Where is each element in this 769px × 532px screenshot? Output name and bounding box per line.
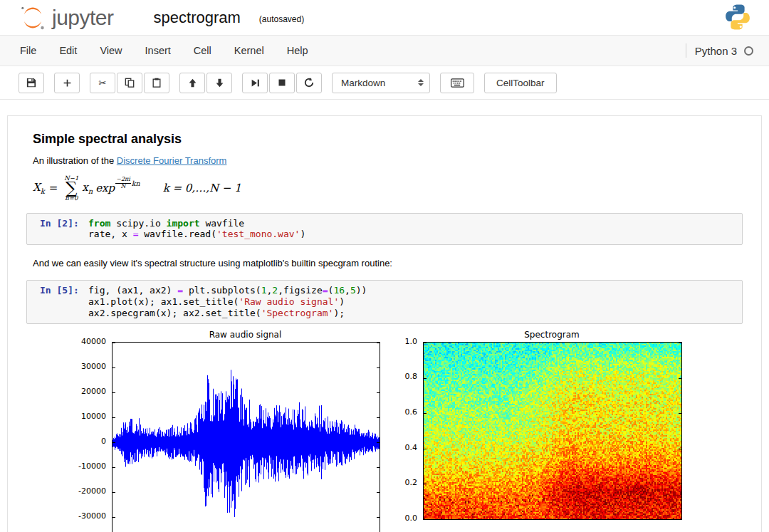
notebook-title[interactable]: spectrogram [154,9,241,27]
save-icon [26,78,36,88]
insert-group [54,73,80,93]
dft-link[interactable]: Discrete Fourier Transform [117,155,227,166]
markdown-cell-2[interactable]: And we can easily view it's spectral str… [33,258,747,268]
palette-group [440,73,474,93]
kernel-name: Python 3 [695,45,737,57]
formula-sum: N−1 ∑ n=0 [64,175,78,202]
cut-cell-button[interactable]: ✂ [90,73,115,93]
insert-cell-below-button[interactable] [54,73,80,93]
jupyter-wordmark: jupyter [52,6,114,30]
jupyter-notebook-app: { "header": { "logo_text": "jupyter", "n… [0,0,769,532]
move-group [179,73,232,93]
formula-term: xn [82,181,93,195]
restart-kernel-button[interactable] [296,73,322,93]
paste-cell-button[interactable] [144,73,169,93]
kernel-divider [686,43,686,58]
formula-equals: = [49,182,58,194]
jupyter-logo[interactable]: jupyter [19,4,114,32]
waveform-title: Raw audio signal [112,330,379,340]
code-editor[interactable]: fig, (ax1, ax2) = plt.subplots(1,2,figsi… [88,285,736,319]
menu-edit[interactable]: Edit [48,45,88,56]
intro-paragraph: An illustration of the Discrete Fourier … [33,155,747,166]
python-logo-icon [723,3,752,34]
menu-view[interactable]: View [88,45,133,56]
save-button[interactable] [19,73,44,93]
waveform-plot [112,342,380,532]
markdown-cell[interactable]: Simple spectral analysis An illustration… [8,116,761,202]
formula-condition: k = 0,…,N − 1 [163,182,241,194]
command-palette-button[interactable] [440,73,474,93]
cell-type-select[interactable]: Markdown [332,73,430,93]
save-group [19,73,44,93]
spectrogram-figure: Spectrogram 1.00.80.60.40.20.0 [396,330,682,520]
arrow-down-icon [215,78,224,88]
menu-kernel[interactable]: Kernel [223,45,276,56]
celltoolbar-button[interactable]: CellToolbar [484,73,557,93]
code-editor[interactable]: from scipy.io import wavfilerate, x = wa… [88,218,736,241]
menu-cell[interactable]: Cell [182,45,223,56]
formula-lhs: Xk [33,181,45,195]
plus-icon [63,78,72,88]
cut-icon: ✂ [99,78,107,88]
spectrogram-plot [423,342,682,520]
move-cell-down-button[interactable] [206,73,232,93]
run-group [242,73,322,93]
input-prompt: In [5]: [33,285,88,319]
celltoolbar-group: CellToolbar [484,73,557,93]
restart-icon [304,78,314,88]
menu-insert[interactable]: Insert [134,45,182,56]
edit-group: ✂ [90,73,169,93]
autosave-status: (autosaved) [259,14,304,24]
input-prompt: In [2]: [33,218,88,241]
move-cell-up-button[interactable] [179,73,205,93]
notebook-container: Simple spectral analysis An illustration… [7,115,762,532]
select-arrows-icon [418,79,424,86]
interrupt-kernel-button[interactable] [269,73,295,93]
code-cell-2[interactable]: In [5]: fig, (ax1, ax2) = plt.subplots(1… [26,280,743,324]
spectrogram-yaxis: 1.00.80.60.40.20.0 [396,342,423,518]
kernel-idle-icon [744,46,753,56]
copy-cell-button[interactable] [117,73,142,93]
cell-type-value: Markdown [341,78,385,88]
menu-help[interactable]: Help [276,45,320,56]
menu-bar: File Edit View Insert Cell Kernel Help P… [0,36,769,66]
intro-text: An illustration of the [33,155,117,166]
notebook-header: jupyter spectrogram (autosaved) [0,0,769,36]
toolbar: ✂ Markdown [0,66,769,100]
paste-icon [152,78,162,88]
copy-icon [125,78,135,88]
stop-icon [278,78,286,87]
keyboard-icon [451,78,464,88]
dft-formula: Xk = N−1 ∑ n=0 xn exp −2πiN kn k = 0,…,N… [33,175,747,202]
cell-heading: Simple spectral analysis [33,132,747,147]
menu-file[interactable]: File [9,45,48,56]
jupyter-logo-icon [19,4,47,32]
run-cell-button[interactable] [242,73,268,93]
spectrogram-title: Spectrogram [423,330,681,340]
kernel-indicator: Python 3 [686,43,753,58]
step-forward-icon [251,78,260,88]
waveform-figure: Raw audio signal 400003000020000100000-1… [79,330,380,532]
arrow-up-icon [188,78,197,88]
formula-exponent: −2πiN kn [115,177,140,190]
waveform-yaxis: 400003000020000100000-10000-20000-30000 [79,342,112,532]
code-cell-1[interactable]: In [2]: from scipy.io import wavfilerate… [26,213,743,246]
formula-exp: exp [95,182,115,194]
cell-output: Raw audio signal 400003000020000100000-1… [79,330,761,532]
